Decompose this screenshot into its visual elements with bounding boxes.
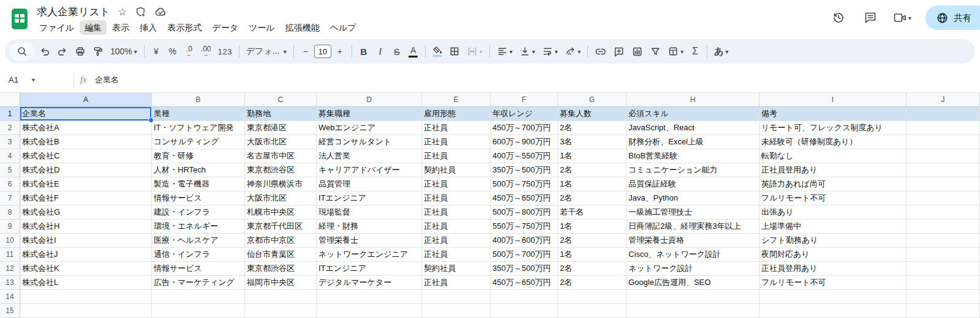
cell-F1[interactable]: 年収レンジ: [491, 107, 558, 121]
cell-J13[interactable]: [907, 276, 980, 290]
cell-I15[interactable]: [760, 304, 907, 318]
cell-D11[interactable]: ネットワークエンジニア: [317, 248, 422, 262]
vertical-align-button[interactable]: ▾: [516, 43, 538, 60]
cell-F9[interactable]: 550万～750万円: [491, 220, 558, 234]
cell-G10[interactable]: 2名: [558, 234, 627, 248]
cell-E10[interactable]: 正社員: [422, 234, 491, 248]
cell-D12[interactable]: ITエンジニア: [317, 262, 422, 276]
cell-E11[interactable]: 正社員: [422, 248, 491, 262]
bold-button[interactable]: B: [356, 43, 372, 60]
cell-I12[interactable]: 正社員登用あり: [760, 262, 907, 276]
cell-C10[interactable]: 京都市中京区: [245, 234, 317, 248]
cell-C5[interactable]: 東京都渋谷区: [245, 163, 317, 177]
insert-chart-button[interactable]: [628, 43, 646, 60]
cell-B1[interactable]: 業種: [152, 107, 245, 121]
cell-A9[interactable]: 株式会社H: [20, 220, 152, 234]
cell-H10[interactable]: 管理栄養士資格: [627, 234, 760, 248]
cell-B9[interactable]: 環境・エネルギー: [152, 220, 245, 234]
row-header-11[interactable]: 11: [0, 248, 20, 262]
strikethrough-button[interactable]: S: [389, 43, 405, 60]
text-rotation-button[interactable]: A ▾: [562, 43, 584, 60]
cell-A7[interactable]: 株式会社F: [20, 191, 152, 205]
cell-G3[interactable]: 3名: [558, 135, 627, 149]
row-header-7[interactable]: 7: [0, 191, 20, 205]
cell-H2[interactable]: JavaScript、React: [627, 121, 760, 135]
cell-D9[interactable]: 経理・財務: [317, 220, 422, 234]
cell-D6[interactable]: 品質管理: [317, 177, 422, 191]
cell-C7[interactable]: 大阪市北区: [245, 191, 317, 205]
cell-B11[interactable]: 通信・インフラ: [152, 248, 245, 262]
cell-G15[interactable]: [558, 304, 627, 318]
cell-C4[interactable]: 名古屋市中区: [245, 149, 317, 163]
menu-help[interactable]: ヘルプ: [325, 20, 361, 35]
cell-A2[interactable]: 株式会社A: [20, 121, 152, 135]
insert-comment-button[interactable]: [610, 43, 628, 60]
font-size-input[interactable]: 10: [314, 45, 331, 58]
cell-H3[interactable]: 財務分析、Excel上級: [627, 135, 760, 149]
menu-data[interactable]: データ: [207, 20, 243, 35]
grid-corner[interactable]: [0, 93, 20, 107]
cell-E14[interactable]: [422, 290, 491, 304]
cell-B3[interactable]: コンサルティング: [152, 135, 245, 149]
percent-format-button[interactable]: %: [165, 43, 181, 60]
cell-D4[interactable]: 法人営業: [317, 149, 422, 163]
cell-H11[interactable]: Cisco、ネットワーク設計: [627, 248, 760, 262]
cell-A4[interactable]: 株式会社C: [20, 149, 152, 163]
cell-E8[interactable]: 正社員: [422, 205, 491, 220]
cell-J9[interactable]: [907, 220, 980, 234]
cell-J12[interactable]: [907, 262, 980, 276]
cell-J1[interactable]: [907, 107, 980, 121]
menu-edit[interactable]: 編集: [80, 20, 107, 35]
cell-G7[interactable]: 2名: [558, 191, 627, 205]
cell-J14[interactable]: [907, 290, 980, 304]
cell-E2[interactable]: 正社員: [422, 121, 491, 135]
cell-G5[interactable]: 2名: [558, 163, 627, 177]
cell-H14[interactable]: [627, 290, 760, 304]
cell-G9[interactable]: 1名: [558, 220, 627, 234]
cell-B4[interactable]: 教育・研修: [152, 149, 245, 163]
cell-E5[interactable]: 契約社員: [422, 163, 491, 177]
cell-C1[interactable]: 勤務地: [245, 107, 317, 121]
horizontal-align-button[interactable]: ▾: [494, 43, 516, 60]
cell-F10[interactable]: 400万～600万円: [491, 234, 558, 248]
cell-I13[interactable]: フルリモート不可: [760, 276, 907, 290]
cell-F5[interactable]: 350万～500万円: [491, 163, 558, 177]
cell-J2[interactable]: [907, 121, 980, 135]
cell-C8[interactable]: 札幌市中央区: [245, 205, 317, 220]
cell-A6[interactable]: 株式会社E: [20, 177, 152, 191]
search-button[interactable]: [10, 42, 34, 61]
cell-F7[interactable]: 450万～650万円: [491, 191, 558, 205]
cell-A15[interactable]: [20, 304, 152, 318]
cell-C6[interactable]: 神奈川県横浜市: [245, 177, 317, 191]
zoom-select[interactable]: 100% ▾: [107, 43, 140, 60]
menu-extensions[interactable]: 拡張機能: [281, 20, 325, 35]
cell-I9[interactable]: 上場準備中: [760, 220, 907, 234]
row-header-14[interactable]: 14: [0, 290, 20, 304]
row-header-12[interactable]: 12: [0, 262, 20, 276]
cell-H13[interactable]: Google広告運用、SEO: [627, 276, 760, 290]
cell-F14[interactable]: [491, 290, 558, 304]
cell-B14[interactable]: [152, 290, 245, 304]
row-header-8[interactable]: 8: [0, 205, 20, 220]
row-header-6[interactable]: 6: [0, 177, 20, 191]
cell-F8[interactable]: 500万～800万円: [491, 205, 558, 220]
menu-file[interactable]: ファイル: [34, 20, 79, 35]
cell-J15[interactable]: [907, 304, 980, 318]
cell-B6[interactable]: 製造・電子機器: [152, 177, 245, 191]
cell-E6[interactable]: 正社員: [422, 177, 491, 191]
cell-C9[interactable]: 東京都千代田区: [245, 220, 317, 234]
fill-color-button[interactable]: [429, 43, 445, 60]
row-header-2[interactable]: 2: [0, 121, 20, 135]
cell-J8[interactable]: [907, 205, 980, 220]
cell-E15[interactable]: [422, 304, 491, 318]
cell-C11[interactable]: 仙台市青葉区: [245, 248, 317, 262]
cell-A5[interactable]: 株式会社D: [20, 163, 152, 177]
cell-B8[interactable]: 建設・インフラ: [152, 205, 245, 220]
cell-D1[interactable]: 募集職種: [317, 107, 422, 121]
font-family-select[interactable]: デフォ... ▾: [243, 43, 290, 60]
cell-J3[interactable]: [907, 135, 980, 149]
cell-H9[interactable]: 日商簿記2級、経理実務3年以上: [627, 220, 760, 234]
cell-I1[interactable]: 備考: [760, 107, 907, 121]
cell-I3[interactable]: 未経験可（研修制度あり）: [760, 135, 907, 149]
cell-I10[interactable]: シフト勤務あり: [760, 234, 907, 248]
